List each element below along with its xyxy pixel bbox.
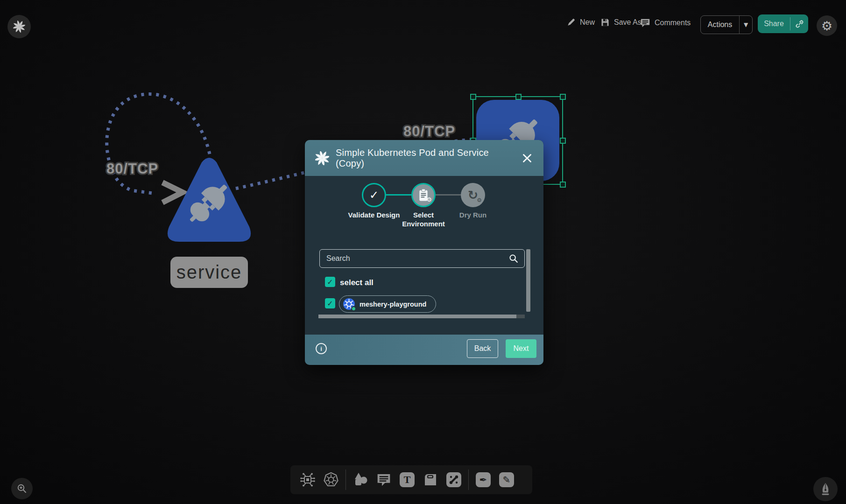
link-icon[interactable] xyxy=(795,20,804,28)
shapes-icon xyxy=(352,472,368,488)
resize-handle[interactable] xyxy=(515,94,522,100)
select-all-checkbox[interactable]: ✓ xyxy=(325,277,335,287)
new-button[interactable]: New xyxy=(567,18,595,27)
gear-icon: ⚙ xyxy=(477,197,482,203)
shapes-tool[interactable] xyxy=(350,469,371,490)
chevron-down-icon[interactable]: ▼ xyxy=(740,21,752,28)
divider xyxy=(345,469,346,490)
status-dot xyxy=(351,306,356,311)
actions-label: Actions xyxy=(701,21,739,29)
text-icon: T xyxy=(400,472,415,487)
annotation-pen-button[interactable] xyxy=(813,477,838,501)
pen-tool[interactable]: ✒ xyxy=(472,469,494,490)
edge-port-label: 80/TCP xyxy=(106,161,158,177)
save-icon xyxy=(600,18,610,27)
meshery-logo-icon xyxy=(315,151,329,165)
pencil-icon xyxy=(567,18,576,27)
check-icon: ✓ xyxy=(369,189,379,202)
service-node-label: service xyxy=(170,257,248,288)
comment-icon xyxy=(640,18,650,28)
share-button[interactable]: Share xyxy=(758,14,808,33)
resize-handle[interactable] xyxy=(560,94,566,100)
zoom-in-icon xyxy=(16,483,28,494)
kubernetes-tool[interactable] xyxy=(320,469,342,490)
image-tool[interactable] xyxy=(420,469,441,490)
service-node[interactable] xyxy=(162,152,256,245)
comment-tool[interactable] xyxy=(373,469,395,490)
meshery-logo-icon xyxy=(13,21,25,33)
comments-button[interactable]: Comments xyxy=(640,18,691,28)
search-input[interactable] xyxy=(320,254,508,263)
scrollbar-thumb[interactable] xyxy=(318,315,516,318)
step-validate-design[interactable]: ✓ xyxy=(362,183,386,207)
new-label: New xyxy=(580,18,595,27)
info-icon[interactable]: i xyxy=(316,343,327,354)
step-dry-run: ↻ ⚙ xyxy=(461,183,485,207)
meshery-canvas[interactable]: service 80/TCP 80/TCP New xyxy=(0,0,846,504)
doodle-tool[interactable]: ✎ xyxy=(496,469,517,490)
doodle-icon: ✎ xyxy=(499,472,514,487)
step-connector xyxy=(436,194,461,196)
environment-chip[interactable]: meshery-playground xyxy=(339,295,436,313)
canvas-toolbar: T ✒ ✎ xyxy=(290,465,532,494)
divider xyxy=(468,469,469,490)
edge-tool-icon xyxy=(449,475,459,485)
save-as-label: Save As xyxy=(614,18,642,27)
vertical-scrollbar[interactable] xyxy=(526,249,530,312)
text-tool[interactable]: T xyxy=(396,469,418,490)
app-menu-button[interactable] xyxy=(7,15,31,38)
pen-tool-icon: ✒ xyxy=(476,472,491,487)
horizontal-scrollbar[interactable] xyxy=(318,315,525,318)
edge-port-label: 80/TCP xyxy=(403,123,455,140)
step-connector xyxy=(386,194,411,196)
step-label: Validate Design xyxy=(348,211,400,220)
image-icon xyxy=(423,472,438,487)
deploy-modal: Simple Kubernetes Pod and Service (Copy)… xyxy=(305,140,543,365)
modal-title: Simple Kubernetes Pod and Service (Copy) xyxy=(336,147,515,169)
gear-icon: ⚙ xyxy=(426,196,432,203)
save-as-button[interactable]: Save As xyxy=(600,18,642,27)
kubernetes-icon xyxy=(323,472,339,488)
step-label: Dry Run xyxy=(447,211,499,220)
components-icon xyxy=(300,472,316,488)
resize-handle[interactable] xyxy=(470,94,476,100)
zoom-button[interactable] xyxy=(11,478,33,499)
modal-header: Simple Kubernetes Pod and Service (Copy) xyxy=(305,140,543,176)
components-tool[interactable] xyxy=(297,469,318,490)
share-label: Share xyxy=(758,20,790,28)
comment-icon xyxy=(376,472,391,487)
step-label: Select Environment xyxy=(397,211,450,229)
settings-button[interactable]: ⚙ xyxy=(817,15,837,36)
actions-dropdown[interactable]: Actions ▼ xyxy=(700,15,753,34)
comments-label: Comments xyxy=(655,19,691,27)
select-all-label: select all xyxy=(340,278,374,287)
environment-search[interactable] xyxy=(319,249,525,268)
gear-icon: ⚙ xyxy=(821,19,832,33)
resize-handle[interactable] xyxy=(560,138,566,144)
search-icon[interactable] xyxy=(508,253,519,264)
environment-checkbox[interactable]: ✓ xyxy=(325,298,335,308)
environment-name: meshery-playground xyxy=(360,301,426,308)
pen-nib-icon xyxy=(819,482,832,496)
edge-tool[interactable] xyxy=(443,469,465,490)
resize-handle[interactable] xyxy=(560,182,566,188)
back-button[interactable]: Back xyxy=(467,339,498,358)
close-icon[interactable] xyxy=(521,152,533,164)
step-select-environment[interactable]: ⚙ xyxy=(411,183,436,207)
next-button[interactable]: Next xyxy=(506,339,536,358)
